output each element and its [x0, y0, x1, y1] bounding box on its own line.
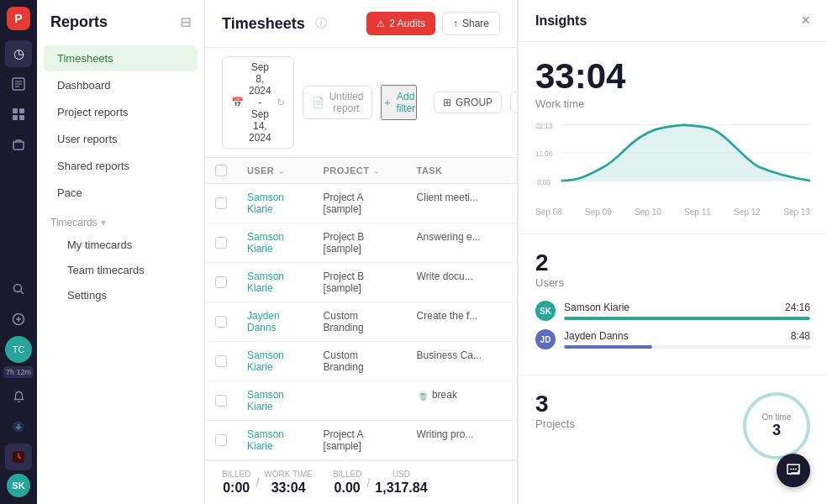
row-user: Jayden Danns: [237, 302, 313, 342]
user-sort-icon: ⌄: [277, 165, 285, 176]
user-link[interactable]: Samson Kiarie: [247, 192, 284, 215]
svg-point-24: [795, 469, 797, 470]
insights-header: Insights ×: [519, 0, 827, 42]
user-bar-jd: [564, 345, 652, 349]
row-checkbox-cell: [205, 342, 237, 381]
sidebar-item-my-timecards[interactable]: My timecards: [44, 233, 198, 257]
sidebar-item-timesheets[interactable]: Timesheets: [44, 45, 198, 71]
table-row: Samson Kiarie Project B [sample] Answeri…: [205, 223, 517, 263]
audit-button[interactable]: ⚠ 2 Audits: [366, 12, 435, 35]
nav-projects[interactable]: [5, 131, 32, 158]
row-checkbox-cell: [205, 421, 237, 460]
nav-bell[interactable]: [5, 383, 32, 410]
row-project: Custom Branding: [313, 302, 407, 342]
row-user: Samson Kiarie: [237, 421, 313, 460]
row-checkbox[interactable]: [215, 276, 227, 288]
project-column-header[interactable]: PROJECT ⌄: [313, 158, 407, 184]
main-title: Timesheets: [222, 15, 305, 33]
user-info-sk: Samson Kiarie 24:16: [564, 302, 810, 320]
chart-x-labels: Sep 08 Sep 09 Sep 10 Sep 11 Sep 12 Sep 1…: [535, 204, 810, 217]
header-actions: ⚠ 2 Audits ↑ Share: [366, 12, 500, 35]
left-navigation: P ◷ T: [0, 0, 37, 504]
add-filter-button[interactable]: ＋ Add filter: [381, 85, 417, 120]
user-link[interactable]: Jayden Danns: [247, 310, 280, 333]
share-button[interactable]: ↑ Share: [442, 12, 500, 35]
sidebar-item-team-timecards[interactable]: Team timecards: [44, 258, 198, 282]
nav-download[interactable]: [5, 413, 32, 440]
sidebar-item-pace[interactable]: Pace: [44, 180, 198, 206]
svg-point-22: [790, 469, 792, 470]
row-checkbox[interactable]: [215, 434, 227, 446]
user-link[interactable]: Samson Kiarie: [247, 428, 284, 452]
row-checkbox[interactable]: [215, 237, 227, 249]
sidebar-item-settings[interactable]: Settings: [44, 283, 198, 307]
group-icon: ⊞: [443, 97, 451, 108]
work-time-label: Work time: [535, 97, 810, 110]
sidebar-item-dashboard[interactable]: Dashboard: [44, 72, 198, 98]
timesheets-table-container: USER ⌄ PROJECT ⌄ TASK: [205, 158, 517, 460]
svg-point-23: [793, 469, 794, 470]
app-logo[interactable]: P: [7, 7, 30, 30]
audit-warning-icon: ⚠: [377, 18, 385, 29]
row-checkbox[interactable]: [215, 395, 227, 407]
svg-text:0:00: 0:00: [537, 177, 550, 186]
row-task: 🍵 break: [407, 381, 517, 408]
work-time-section: 33:04 Work time 22:13 11:06 0:00 Sep 08 …: [519, 42, 827, 234]
row-checkbox[interactable]: [215, 316, 227, 328]
user-link[interactable]: Samson Kiarie: [247, 389, 284, 412]
row-user: Samson Kiarie: [237, 263, 313, 302]
table-row: Samson Kiarie Project A [sample] Client …: [205, 184, 517, 223]
group-button[interactable]: ⊞ GROUP: [434, 92, 502, 113]
nav-timers[interactable]: ◷: [5, 40, 32, 67]
sidebar-toggle-icon[interactable]: ⊟: [180, 14, 191, 30]
refresh-icon: ↻: [277, 97, 285, 108]
table-row: Samson Kiarie Project A [sample] Writing…: [205, 421, 517, 460]
row-checkbox[interactable]: [215, 355, 227, 367]
row-checkbox-cell: [205, 263, 237, 302]
timer-badge: 7h 12m: [3, 366, 34, 378]
row-checkbox-cell: [205, 381, 237, 421]
users-label: Users: [535, 276, 810, 289]
nav-timecards[interactable]: TC: [5, 336, 32, 363]
user-link[interactable]: Samson Kiarie: [247, 231, 284, 255]
select-all-checkbox[interactable]: [215, 165, 227, 176]
nav-extra[interactable]: [5, 444, 32, 470]
columns-button[interactable]: ⊟ COLUMNS: [510, 92, 518, 113]
calendar-icon: 📅: [231, 97, 244, 108]
close-insights-button[interactable]: ×: [801, 12, 810, 29]
report-name-button[interactable]: 📄 Untitled report: [303, 86, 373, 119]
row-checkbox[interactable]: [215, 197, 227, 209]
user-column-header[interactable]: USER ⌄: [237, 158, 313, 184]
timecards-section-header: Timecards ▾: [37, 207, 204, 232]
row-project: Project B [sample]: [313, 263, 407, 302]
svg-rect-4: [13, 108, 18, 113]
users-count: 2: [535, 251, 810, 275]
project-sort-icon: ⌄: [372, 165, 380, 176]
sidebar-item-shared-reports[interactable]: Shared reports: [44, 153, 198, 179]
row-task: Answering e...: [407, 223, 517, 250]
nav-reports[interactable]: [5, 71, 32, 97]
info-icon[interactable]: ⓘ: [315, 16, 327, 31]
svg-point-8: [14, 285, 22, 292]
nav-search[interactable]: [5, 276, 32, 302]
user-link[interactable]: Samson Kiarie: [247, 270, 284, 294]
user-row-jd: JD Jayden Danns 8:48: [535, 329, 810, 349]
row-checkbox-cell: [205, 302, 237, 342]
user-avatar-jd: JD: [535, 329, 556, 349]
table-row: Samson Kiarie 🍵 break: [205, 381, 517, 421]
user-link[interactable]: Samson Kiarie: [247, 349, 284, 373]
table-footer: BILLED 0:00 / WORK TIME 33:04 BILLED 0.0…: [205, 460, 517, 504]
chat-button[interactable]: [777, 454, 810, 487]
nav-add[interactable]: [5, 306, 32, 333]
table-row: Jayden Danns Custom Branding Create the …: [205, 302, 517, 342]
sidebar-item-project-reports[interactable]: Project reports: [44, 99, 198, 125]
sidebar: Reports ⊟ Timesheets Dashboard Project r…: [37, 0, 205, 504]
nav-dashboard[interactable]: [5, 101, 32, 128]
sidebar-item-user-reports[interactable]: User reports: [44, 126, 198, 152]
row-project: [313, 381, 407, 421]
row-task: Client meeti...: [407, 184, 517, 211]
user-avatar[interactable]: SK: [7, 474, 30, 497]
row-checkbox-cell: [205, 184, 237, 223]
row-user: Samson Kiarie: [237, 184, 313, 223]
date-range-button[interactable]: 📅 Sep 8, 2024 - Sep 14, 2024 ↻: [222, 56, 294, 149]
